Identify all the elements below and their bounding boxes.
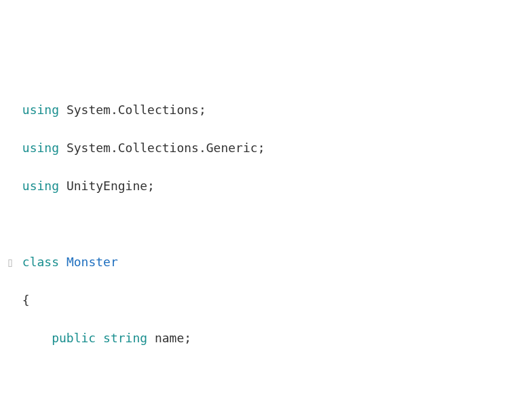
keyword-public: public bbox=[52, 331, 96, 345]
gutter-mark bbox=[5, 215, 15, 234]
keyword-using: using bbox=[22, 179, 59, 193]
gutter-mark: ▯ bbox=[5, 253, 15, 272]
code-line: using System.Collections.Generic; bbox=[5, 139, 532, 158]
code-editor: using System.Collections; using System.C… bbox=[5, 82, 532, 398]
keyword-class: class bbox=[22, 255, 59, 269]
code-line: ▯ class Monster bbox=[5, 253, 532, 272]
keyword-string: string bbox=[103, 331, 147, 345]
gutter-mark bbox=[5, 329, 15, 348]
code-line: { bbox=[5, 291, 532, 310]
field-name: name; bbox=[147, 331, 191, 345]
gutter-mark bbox=[5, 367, 15, 386]
code-line: public string name; bbox=[5, 329, 532, 348]
type-monster: Monster bbox=[66, 255, 118, 269]
brace-open: { bbox=[15, 293, 30, 307]
code-line: using UnityEngine; bbox=[5, 177, 532, 196]
gutter-mark bbox=[5, 101, 15, 120]
gutter-mark bbox=[5, 177, 15, 196]
namespace: System.Collections.Generic; bbox=[66, 141, 265, 155]
gutter-mark bbox=[5, 139, 15, 158]
code-line bbox=[5, 215, 532, 234]
namespace: UnityEngine; bbox=[66, 179, 155, 193]
keyword-using: using bbox=[22, 103, 59, 117]
gutter-mark bbox=[5, 291, 15, 310]
code-line: using System.Collections; bbox=[5, 101, 532, 120]
keyword-using: using bbox=[22, 141, 59, 155]
code-line bbox=[5, 367, 532, 386]
namespace: System.Collections; bbox=[66, 103, 206, 117]
